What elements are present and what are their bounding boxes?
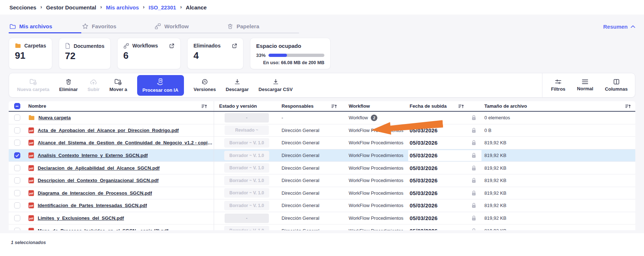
- file-size: 819,92 KB: [484, 190, 506, 196]
- new-folder-button[interactable]: Nueva carpeta: [17, 78, 49, 92]
- delete-button[interactable]: Eliminar: [59, 78, 78, 92]
- card-eliminados: Eliminados 4: [187, 38, 243, 69]
- lock-icon: [472, 153, 476, 158]
- table-row[interactable]: pdf Descripcion_del_Contexto_Organizacio…: [9, 174, 635, 187]
- file-name-link[interactable]: Nueva carpeta: [38, 115, 71, 120]
- card-label-text: Workflows: [132, 43, 158, 49]
- card-value: 72: [65, 51, 104, 61]
- ai-icon: AI: [156, 78, 164, 86]
- file-size: 819,92 KB: [484, 215, 506, 221]
- main-content: Mis archivos Favoritos Workflow Papelera…: [0, 15, 644, 233]
- table-row[interactable]: pdf Limites_y_Exclusiones_del_SGCN.pdf -…: [9, 212, 635, 225]
- workflow-name: WorkFlow Procedimientos: [349, 215, 403, 221]
- tab-papelera[interactable]: Papelera: [226, 23, 299, 33]
- file-name-link[interactable]: Analisis_Contexto_Interno_y_Externo_SGCN…: [38, 153, 148, 158]
- responsible: -: [282, 115, 283, 120]
- pdf-icon: pdf: [28, 177, 34, 183]
- workflow-count-badge: 2: [371, 115, 377, 121]
- sort-icon[interactable]: [331, 104, 337, 109]
- filters-button[interactable]: Filtros: [551, 79, 566, 92]
- row-checkbox[interactable]: [14, 115, 20, 121]
- move-to-button[interactable]: Mover a: [109, 78, 127, 92]
- file-name-link[interactable]: Limites_y_Exclusiones_del_SGCN.pdf: [38, 215, 124, 221]
- lock-icon: [472, 115, 476, 120]
- status-badge: Borrador ~ V. 1.0: [224, 188, 269, 198]
- svg-text:pdf: pdf: [29, 230, 34, 230]
- trash-icon: [227, 23, 233, 29]
- breadcrumb: Secciones › Gestor Documental › Mis arch…: [9, 4, 207, 11]
- breadcrumb-mis-archivos[interactable]: Mis archivos: [106, 4, 139, 11]
- table-row[interactable]: pdf Alcance_del_Sistema_de_Gestion_de_Co…: [9, 137, 635, 149]
- table-row[interactable]: pdf Acta_de_Aprobacion_del_Alcance_por_D…: [9, 124, 635, 137]
- row-checkbox[interactable]: [14, 165, 20, 171]
- row-checkbox[interactable]: [14, 202, 20, 208]
- row-checkbox[interactable]: [14, 190, 20, 196]
- file-name-link[interactable]: Mapa_de_Procesos_Incluidos_en_el_SGCN - …: [38, 228, 168, 230]
- resumen-toggle[interactable]: Resumen: [603, 24, 635, 33]
- tab-favoritos[interactable]: Favoritos: [81, 23, 154, 33]
- upload-button[interactable]: Subir: [87, 78, 99, 92]
- select-all-checkbox[interactable]: [14, 103, 20, 109]
- row-checkbox[interactable]: [14, 228, 20, 230]
- row-checkbox[interactable]: [14, 140, 20, 146]
- upload-date: 05/03/2026: [410, 177, 438, 183]
- breadcrumb-gestor-documental[interactable]: Gestor Documental: [46, 4, 96, 11]
- table-row[interactable]: pdf Declaracion_de_Aplicabilidad_del_Alc…: [9, 162, 635, 174]
- breadcrumb-current-alcance: Alcance: [186, 4, 207, 11]
- chevron-up-icon: [631, 25, 635, 28]
- column-header-fecha: Fecha de subida: [410, 103, 447, 109]
- space-progress-bar: [268, 54, 324, 57]
- lock-icon: [472, 140, 476, 145]
- file-name-link[interactable]: Acta_de_Aprobacion_del_Alcance_por_Direc…: [38, 128, 179, 133]
- pdf-icon: pdf: [28, 215, 34, 221]
- card-workflows: Workflows 6: [117, 38, 181, 69]
- file-name-link[interactable]: Descripcion_del_Contexto_Organizacional_…: [38, 178, 159, 183]
- file-name-link[interactable]: Diagrama_de_Interaccion_de_Procesos_SGCN…: [38, 190, 152, 196]
- process-with-ai-button[interactable]: AI Procesar con IA: [137, 75, 184, 96]
- external-link-icon[interactable]: [232, 43, 237, 49]
- sort-icon[interactable]: [458, 104, 464, 109]
- sort-icon[interactable]: [625, 104, 631, 109]
- table-row[interactable]: pdf Diagrama_de_Interaccion_de_Procesos_…: [9, 187, 635, 200]
- tab-label: Mis archivos: [19, 23, 52, 29]
- tab-label: Favoritos: [92, 23, 116, 29]
- versions-button[interactable]: Versiones: [194, 78, 216, 92]
- download-button[interactable]: Descargar: [226, 78, 249, 92]
- table-row[interactable]: pdf Identificacion_de_Partes_Interesadas…: [9, 199, 635, 212]
- row-checkbox[interactable]: [14, 177, 20, 183]
- chevron-right-icon: ›: [180, 4, 182, 10]
- columns-button[interactable]: Columnas: [605, 79, 628, 92]
- file-size: 819,92 KB: [484, 178, 506, 183]
- file-name-link[interactable]: Alcance_del_Sistema_de_Gestion_de_Contin…: [38, 140, 214, 145]
- workflow-name: WorkFlow Procedimientos: [349, 228, 403, 230]
- tab-workflow[interactable]: Workflow: [154, 23, 226, 33]
- lock-icon: [472, 128, 476, 133]
- status-badge: Revisado ~: [225, 125, 269, 135]
- download-icon: [234, 78, 241, 85]
- file-name-link[interactable]: Declaracion_de_Aplicabilidad_del_Alcance…: [38, 165, 160, 171]
- workflow-name: WorkFlow Procedimientos: [349, 140, 403, 145]
- files-table: Nombre Estado y versión Responsables Wor…: [9, 101, 635, 230]
- upload-date: 05/03/2026: [410, 140, 438, 146]
- tab-mis-archivos[interactable]: Mis archivos: [9, 23, 81, 33]
- table-row[interactable]: pdf Nueva carpeta - - Workflow 2 0 eleme…: [9, 112, 635, 124]
- file-name-link[interactable]: Identificacion_de_Partes_Interesadas_SGC…: [38, 203, 147, 208]
- sort-icon[interactable]: [201, 104, 207, 109]
- svg-text:pdf: pdf: [29, 129, 34, 132]
- density-normal-button[interactable]: Normal: [577, 79, 593, 91]
- download-csv-button[interactable]: Descargar CSV: [259, 78, 293, 92]
- table-row[interactable]: pdf Analisis_Contexto_Interno_y_Externo_…: [9, 149, 635, 162]
- svg-text:pdf: pdf: [29, 167, 34, 170]
- table-footer: 1 seleccionados: [0, 233, 644, 245]
- upload-date: 05/03/2026: [410, 190, 438, 196]
- row-checkbox[interactable]: [14, 215, 20, 221]
- row-checkbox[interactable]: [14, 127, 20, 133]
- row-checkbox[interactable]: [14, 152, 20, 158]
- lock-icon: [472, 215, 476, 221]
- workflow-icon: [155, 23, 161, 29]
- breadcrumb-iso-22301[interactable]: ISO_22301: [148, 4, 176, 11]
- tabs-bar: Mis archivos Favoritos Workflow Papelera…: [9, 23, 635, 33]
- breadcrumb-secciones[interactable]: Secciones: [9, 4, 36, 11]
- external-link-icon[interactable]: [169, 43, 175, 49]
- table-row[interactable]: pdf Mapa_de_Procesos_Incluidos_en_el_SGC…: [9, 224, 635, 230]
